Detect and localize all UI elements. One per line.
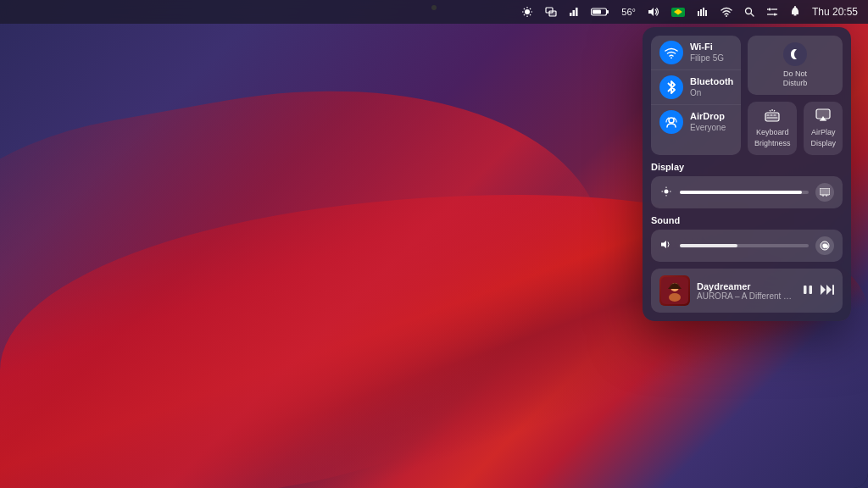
- dnd-icon: [783, 42, 807, 66]
- svg-marker-54: [661, 241, 666, 248]
- audio-bars-icon[interactable]: [693, 5, 712, 19]
- svg-marker-17: [648, 8, 654, 16]
- dnd-title: Do Not: [783, 69, 808, 79]
- wifi-menubar-icon[interactable]: [717, 5, 736, 19]
- svg-rect-60: [810, 286, 813, 294]
- svg-point-25: [768, 8, 771, 11]
- svg-point-32: [794, 6, 796, 8]
- volume-icon[interactable]: [644, 5, 663, 19]
- control-center-panel: Wi-Fi Filipe 5G Bluetooth On: [643, 27, 851, 321]
- menubar: 56°: [0, 0, 868, 24]
- keyboard-brightness-label: Keyboard: [756, 128, 789, 137]
- sound-slider-row: [651, 230, 843, 262]
- svg-rect-16: [593, 10, 601, 14]
- svg-rect-20: [703, 8, 704, 16]
- display-label: Display: [651, 162, 843, 172]
- svg-line-41: [770, 110, 771, 112]
- dnd-text: Do Not Disturb: [783, 69, 808, 88]
- temp-value: 56°: [621, 7, 636, 17]
- airdrop-text: AirDrop Everyone: [690, 111, 726, 132]
- wifi-title: Wi-Fi: [690, 42, 724, 53]
- sound-label: Sound: [651, 215, 843, 225]
- bluetooth-icon: [659, 75, 683, 99]
- bluetooth-toggle[interactable]: Bluetooth On: [651, 70, 741, 105]
- pause-button[interactable]: [802, 284, 814, 298]
- airdrop-subtitle: Everyone: [690, 123, 726, 133]
- display-end-button[interactable]: [815, 183, 834, 202]
- svg-line-42: [774, 110, 775, 112]
- sound-slider-track[interactable]: [680, 244, 809, 247]
- airplay-display-tile[interactable]: AirPlay Display: [804, 102, 843, 156]
- search-menubar-icon[interactable]: [741, 5, 758, 19]
- svg-line-5: [524, 8, 525, 9]
- sound-volume-icon: [659, 240, 673, 252]
- svg-rect-51: [820, 188, 830, 195]
- svg-point-34: [669, 118, 674, 123]
- bar-graph-icon[interactable]: [565, 5, 582, 19]
- brightness-icon[interactable]: [518, 4, 537, 19]
- svg-rect-10: [549, 11, 556, 16]
- svg-rect-18: [698, 11, 699, 16]
- svg-marker-61: [821, 285, 826, 295]
- keyboard-brightness-tile[interactable]: Keyboard Brightness: [748, 102, 798, 156]
- display-slider-track[interactable]: [680, 191, 809, 194]
- svg-rect-11: [570, 13, 572, 16]
- bluetooth-text: Bluetooth On: [690, 76, 733, 97]
- brazil-flag-icon[interactable]: [668, 6, 688, 19]
- svg-point-22: [726, 15, 727, 17]
- display-brightness-icon: [659, 186, 673, 199]
- do-not-disturb-toggle[interactable]: Do Not Disturb: [748, 36, 843, 95]
- svg-rect-15: [607, 10, 609, 14]
- temperature-display: 56°: [618, 5, 639, 19]
- bluetooth-title: Bluetooth: [690, 76, 733, 87]
- displays-icon[interactable]: [542, 5, 560, 19]
- display-section: Display: [651, 162, 843, 208]
- sound-end-button[interactable]: [815, 236, 834, 255]
- notification-icon[interactable]: [787, 4, 804, 19]
- cc-upper-grid: Wi-Fi Filipe 5G Bluetooth On: [651, 36, 843, 155]
- svg-rect-35: [765, 113, 779, 121]
- song-info: Daydreamer AURORA – A Different Kind of.…: [697, 281, 795, 301]
- svg-point-0: [525, 9, 530, 14]
- svg-line-7: [530, 8, 531, 9]
- bluetooth-subtitle: On: [690, 88, 733, 98]
- cc-right-stack: Do Not Disturb: [748, 36, 843, 155]
- svg-point-26: [773, 14, 776, 16]
- svg-marker-62: [826, 285, 832, 295]
- menubar-icons: 56°: [518, 4, 858, 19]
- keyboard-brightness-label2: Brightness: [754, 139, 791, 148]
- song-artist: AURORA – A Different Kind of...: [697, 291, 795, 301]
- svg-point-46: [665, 189, 669, 193]
- display-slider-fill: [680, 191, 802, 194]
- song-title: Daydreamer: [697, 281, 795, 291]
- battery-icon[interactable]: [587, 5, 613, 19]
- sound-section: Sound: [651, 215, 843, 262]
- svg-line-8: [524, 14, 525, 15]
- control-center-menubar-icon[interactable]: [763, 5, 782, 19]
- svg-rect-63: [832, 285, 834, 295]
- dnd-title2: Disturb: [783, 79, 808, 88]
- airdrop-title: AirDrop: [690, 111, 726, 122]
- camera: [431, 5, 437, 10]
- svg-rect-21: [705, 10, 707, 16]
- display-slider-row: [651, 176, 843, 208]
- skip-forward-button[interactable]: [821, 284, 834, 298]
- sound-slider-fill: [680, 244, 737, 247]
- airdrop-toggle[interactable]: AirDrop Everyone: [651, 105, 741, 139]
- playback-controls: [802, 284, 834, 298]
- cc-network-stack: Wi-Fi Filipe 5G Bluetooth On: [651, 36, 741, 155]
- svg-rect-19: [700, 9, 702, 16]
- album-art: [659, 275, 690, 306]
- airplay-display-label: AirPlay: [811, 128, 836, 137]
- wifi-toggle[interactable]: Wi-Fi Filipe 5G: [651, 36, 741, 70]
- wifi-icon: [659, 41, 683, 64]
- macbook-frame: 56°: [0, 0, 868, 488]
- svg-rect-12: [573, 10, 576, 16]
- svg-line-24: [751, 14, 754, 16]
- cc-bottom-icons: Keyboard Brightness AirPlay: [748, 102, 843, 156]
- wifi-subtitle: Filipe 5G: [690, 53, 724, 64]
- wifi-text: Wi-Fi Filipe 5G: [690, 42, 724, 63]
- now-playing-section[interactable]: Daydreamer AURORA – A Different Kind of.…: [651, 269, 843, 313]
- airplay-icon: [815, 108, 831, 125]
- svg-point-33: [670, 57, 672, 58]
